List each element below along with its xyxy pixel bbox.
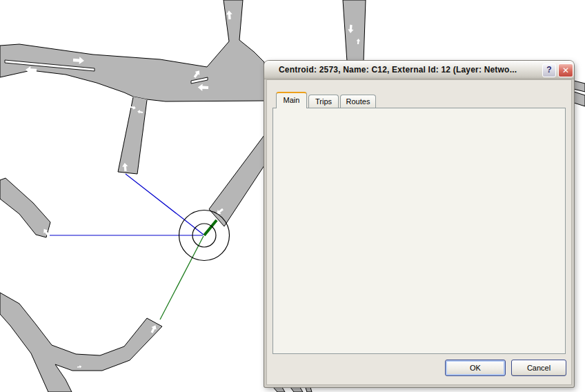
cancel-button[interactable]: Cancel [511, 360, 566, 376]
centroid-dialog: Centroid: 2573, Name: C12, External Id: … [264, 61, 574, 387]
ok-button[interactable]: OK [445, 360, 506, 376]
main-tab-page [272, 108, 566, 354]
tab-trips[interactable]: Trips [308, 95, 339, 108]
dialog-title: Centroid: 2573, Name: C12, External Id: … [279, 65, 517, 75]
road-top-right [343, 0, 366, 61]
connection-line-green-thick [204, 220, 217, 235]
centroid-connections [50, 174, 217, 320]
tab-main[interactable]: Main [276, 92, 307, 108]
close-icon[interactable]: ✕ [558, 63, 573, 77]
road-left-stub [0, 178, 50, 237]
connection-line-blue [126, 174, 204, 235]
connection-line-green [160, 236, 204, 320]
help-button[interactable]: ? [542, 63, 556, 77]
road-main-horizontal [0, 0, 264, 101]
dialog-titlebar[interactable]: Centroid: 2573, Name: C12, External Id: … [264, 61, 574, 79]
road-fragment [574, 92, 585, 106]
road-bottom-left [0, 293, 162, 392]
road-vertical [118, 97, 147, 174]
road-fragment [574, 81, 585, 92]
tab-routes[interactable]: Routes [340, 95, 376, 108]
